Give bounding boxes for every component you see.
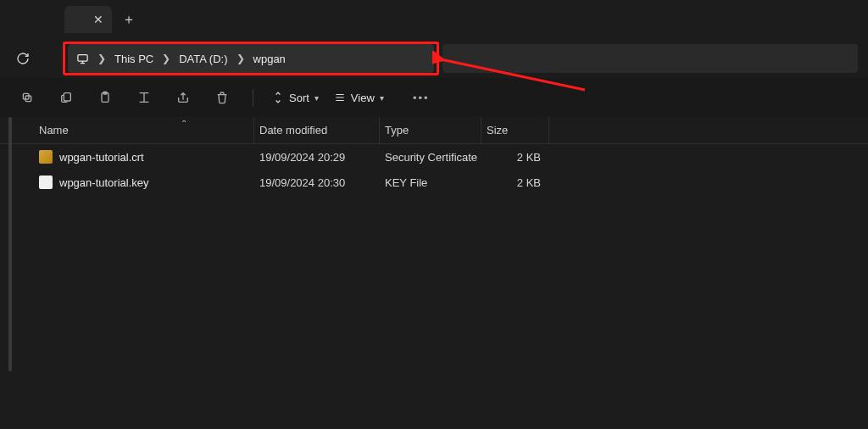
trash-icon — [215, 91, 229, 104]
toolbar: Sort ▾ View ▾ ••• — [0, 78, 868, 117]
paste-button[interactable] — [93, 86, 117, 109]
view-label: View — [351, 92, 375, 104]
share-icon — [176, 91, 190, 104]
rename-button[interactable] — [132, 86, 156, 109]
more-icon: ••• — [413, 92, 430, 104]
breadcrumb-item-folder[interactable]: wpgan — [253, 53, 286, 65]
search-input[interactable] — [442, 44, 858, 73]
rename-icon — [137, 91, 151, 104]
chevron-right-icon: ❯ — [97, 53, 106, 64]
file-icon — [39, 176, 53, 189]
refresh-button[interactable] — [10, 46, 36, 71]
chevron-down-icon: ▾ — [380, 93, 384, 103]
cut-icon — [20, 91, 34, 104]
certificate-icon — [39, 150, 53, 164]
share-button[interactable] — [171, 86, 195, 109]
col-type-label: Type — [385, 124, 409, 136]
file-size: 2 KB — [481, 176, 549, 189]
separator — [253, 89, 253, 106]
file-date: 19/09/2024 20:30 — [254, 176, 380, 189]
file-size: 2 KB — [481, 151, 549, 164]
file-type: KEY File — [380, 176, 481, 189]
chevron-down-icon: ▾ — [314, 93, 319, 103]
svg-rect-3 — [64, 93, 70, 101]
col-type[interactable]: Type — [380, 117, 481, 143]
file-date: 19/09/2024 20:29 — [254, 151, 380, 164]
chevron-right-icon: ❯ — [236, 53, 245, 64]
file-name: wpgan-tutorial.key — [59, 176, 149, 189]
column-headers: Name ⌃ Date modified Type Size — [0, 117, 868, 144]
col-name-label: Name — [39, 124, 69, 136]
view-button[interactable]: View ▾ — [334, 92, 384, 104]
col-size[interactable]: Size — [481, 117, 549, 143]
tab-bar: ✕ ＋ — [0, 0, 868, 39]
col-date[interactable]: Date modified — [254, 117, 380, 143]
svg-rect-0 — [78, 54, 87, 61]
address-row: ❯ This PC ❯ DATA (D:) ❯ wpgan — [0, 39, 868, 78]
current-tab[interactable]: ✕ — [64, 6, 112, 33]
copy-icon — [59, 91, 73, 104]
file-type: Security Certificate — [380, 151, 481, 164]
view-icon — [334, 92, 346, 103]
breadcrumb[interactable]: ❯ This PC ❯ DATA (D:) ❯ wpgan — [68, 44, 434, 73]
sort-caret-icon: ⌃ — [181, 119, 187, 128]
sort-icon — [272, 92, 284, 103]
sort-button[interactable]: Sort ▾ — [272, 92, 319, 104]
chevron-right-icon: ❯ — [162, 53, 170, 64]
more-button[interactable]: ••• — [409, 86, 433, 109]
breadcrumb-item-drive[interactable]: DATA (D:) — [179, 53, 227, 65]
col-size-label: Size — [487, 124, 508, 136]
paste-icon — [98, 91, 112, 104]
col-date-label: Date modified — [259, 124, 327, 136]
monitor-icon — [76, 53, 89, 65]
col-name[interactable]: Name ⌃ — [34, 117, 254, 143]
refresh-icon — [16, 52, 30, 65]
file-list: wpgan-tutorial.crt 19/09/2024 20:29 Secu… — [0, 144, 868, 195]
delete-button[interactable] — [210, 86, 234, 109]
file-row[interactable]: wpgan-tutorial.key 19/09/2024 20:30 KEY … — [34, 170, 868, 195]
sort-label: Sort — [289, 92, 309, 104]
copy-button[interactable] — [54, 86, 78, 109]
file-name: wpgan-tutorial.crt — [59, 151, 144, 164]
left-scrollbar[interactable] — [8, 117, 12, 371]
file-row[interactable]: wpgan-tutorial.crt 19/09/2024 20:29 Secu… — [34, 144, 868, 170]
cut-button[interactable] — [15, 86, 39, 109]
breadcrumb-item-this-pc[interactable]: This PC — [114, 53, 153, 65]
new-tab-button[interactable]: ＋ — [117, 8, 141, 31]
close-icon[interactable]: ✕ — [93, 13, 103, 26]
